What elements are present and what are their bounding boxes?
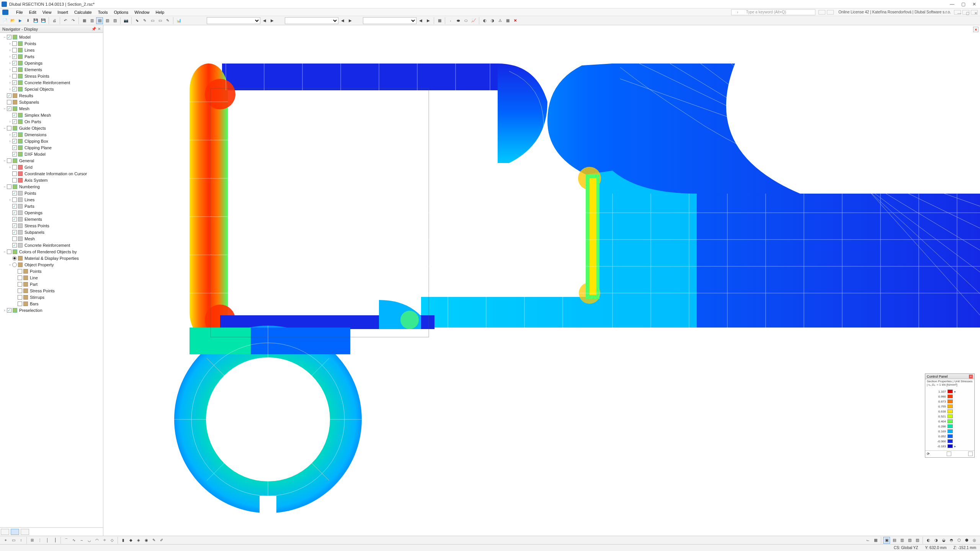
tree-concrete-reinforcement[interactable]: Concrete Reinforcement <box>1 242 102 248</box>
view-a-button[interactable]: ▦ <box>81 17 88 24</box>
bt-10[interactable]: ⌢ <box>78 537 85 544</box>
tree-subpanels[interactable]: Subpanels <box>1 229 102 235</box>
restore-icon[interactable]: — <box>954 10 961 15</box>
tree-lines[interactable]: ›Lines <box>1 47 102 53</box>
twisty-icon[interactable]: − <box>2 185 7 189</box>
bt-7[interactable]: ⎮ <box>52 537 59 544</box>
tree-clipping-box[interactable]: ›Clipping Box <box>1 138 102 144</box>
tree-line[interactable]: Line <box>1 274 102 281</box>
tree-mesh[interactable]: Mesh <box>1 235 102 242</box>
tree-results[interactable]: Results <box>1 92 102 99</box>
nav-close-icon[interactable]: ✕ <box>98 27 101 31</box>
br-11[interactable]: ◓ <box>948 537 955 544</box>
twisty-icon[interactable]: › <box>8 48 12 52</box>
checkbox[interactable] <box>7 158 11 163</box>
bt-2[interactable]: ▭ <box>10 537 17 544</box>
checkbox[interactable] <box>12 87 17 91</box>
twisty-icon[interactable]: − <box>8 263 12 267</box>
checkbox[interactable] <box>12 61 17 65</box>
checkbox[interactable] <box>12 191 17 196</box>
tree-object-property[interactable]: −Object Property <box>1 261 102 268</box>
bt-4[interactable]: ⊞ <box>29 537 36 544</box>
bt-17[interactable]: ◈ <box>135 537 142 544</box>
checkbox[interactable] <box>12 210 17 215</box>
checkbox[interactable] <box>12 132 17 137</box>
save-button[interactable]: 💾 <box>32 17 39 24</box>
tree-numbering[interactable]: −Numbering <box>1 183 102 190</box>
bt-8[interactable]: ⌒ <box>63 537 70 544</box>
tree-preselection[interactable]: ›Preselection <box>1 307 102 313</box>
pick4-button[interactable]: ▭ <box>157 17 163 24</box>
checkbox[interactable] <box>12 152 17 156</box>
menu-insert[interactable]: Insert <box>54 9 71 15</box>
combo-3[interactable] <box>363 17 416 24</box>
br-14[interactable]: ◎ <box>971 537 978 544</box>
br-1[interactable]: ⌙ <box>864 537 871 544</box>
checkbox[interactable] <box>12 236 17 241</box>
s3-button[interactable]: ⚠ <box>497 17 503 24</box>
checkbox[interactable] <box>12 223 17 228</box>
twisty-icon[interactable]: − <box>2 35 7 39</box>
nav-next-2[interactable]: ▶ <box>347 17 354 24</box>
legend-refresh[interactable]: ⟳ <box>927 452 930 456</box>
close-button[interactable]: ✕ <box>972 2 976 7</box>
checkbox[interactable] <box>18 269 22 274</box>
nav-prev-2[interactable]: ◀ <box>339 17 346 24</box>
br-5[interactable]: ▥ <box>898 537 905 544</box>
tree-concrete-reinforcement[interactable]: ›Concrete Reinforcement <box>1 79 102 86</box>
bt-20[interactable]: ✐ <box>158 537 165 544</box>
tree-subpanels[interactable]: Subpanels <box>1 99 102 105</box>
menu-help[interactable]: Help <box>152 9 167 15</box>
r1-button[interactable]: ⬫ <box>447 17 454 24</box>
twisty-icon[interactable]: › <box>8 55 12 59</box>
checkbox[interactable] <box>12 113 17 117</box>
bt-6[interactable]: │ <box>44 537 51 544</box>
s4-button[interactable]: ▦ <box>504 17 511 24</box>
checkbox[interactable] <box>7 93 11 98</box>
bt-18[interactable]: ◉ <box>143 537 150 544</box>
twisty-icon[interactable]: › <box>8 87 12 91</box>
checkbox[interactable] <box>12 80 17 85</box>
twisty-icon[interactable]: › <box>8 165 12 169</box>
tree-general[interactable]: −General <box>1 157 102 164</box>
menu-edit[interactable]: Edit <box>26 9 39 15</box>
twisty-icon[interactable]: › <box>2 308 7 312</box>
combo-1[interactable] <box>207 17 260 24</box>
redo-button[interactable]: ↷ <box>70 17 77 24</box>
br-2[interactable]: ▦ <box>872 537 879 544</box>
br-12[interactable]: ⬡ <box>956 537 962 544</box>
tree-grid[interactable]: ›Grid <box>1 164 102 170</box>
legend-opt-2[interactable] <box>968 452 973 456</box>
view-c-button[interactable]: ▤ <box>96 17 103 24</box>
tree-special-objects[interactable]: ›Special Objects <box>1 86 102 92</box>
twisty-icon[interactable]: › <box>8 42 12 46</box>
bt-5[interactable]: ⋮ <box>36 537 43 544</box>
checkbox[interactable] <box>12 48 17 52</box>
checkbox[interactable] <box>7 106 11 111</box>
checkbox[interactable] <box>7 100 11 104</box>
menu-window[interactable]: Window <box>131 9 152 15</box>
checkbox[interactable] <box>12 145 17 150</box>
menu-options[interactable]: Options <box>111 9 131 15</box>
tree-stress-points[interactable]: Stress Points <box>1 287 102 294</box>
menu-calculate[interactable]: Calculate <box>71 9 95 15</box>
saveall-button[interactable]: 💾 <box>40 17 47 24</box>
delete-results-button[interactable]: ✕ <box>512 17 519 24</box>
checkbox[interactable] <box>12 139 17 143</box>
checkbox[interactable] <box>12 54 17 59</box>
checkbox[interactable] <box>12 197 17 202</box>
tree-stress-points[interactable]: Stress Points <box>1 222 102 229</box>
s1-button[interactable]: ◐ <box>481 17 488 24</box>
bt-11[interactable]: ◡ <box>86 537 93 544</box>
checkbox[interactable] <box>12 217 17 222</box>
br-3[interactable]: ▣ <box>883 537 890 544</box>
twisty-icon[interactable]: › <box>8 61 12 65</box>
model-viewport[interactable]: ✕ <box>103 25 980 536</box>
tree-clipping-plane[interactable]: Clipping Plane <box>1 144 102 151</box>
checkbox[interactable] <box>12 243 17 248</box>
tree-on-parts[interactable]: ›On Parts <box>1 118 102 125</box>
twisty-icon[interactable]: › <box>8 81 12 85</box>
menu-view[interactable]: View <box>39 9 55 15</box>
tree-axis-system[interactable]: Axis System <box>1 177 102 183</box>
pick2-button[interactable]: ✎ <box>141 17 148 24</box>
